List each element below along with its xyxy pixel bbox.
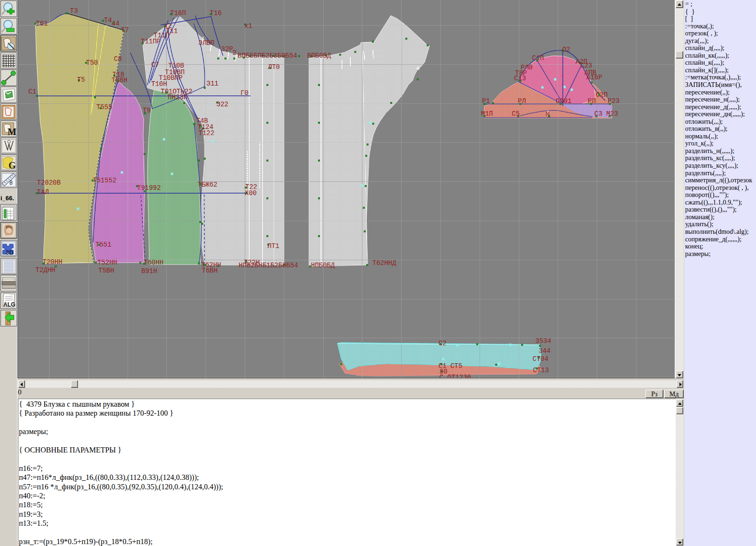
svg-text:С2: С2: [438, 340, 447, 347]
svg-text:ТАЛ: ТАЛ: [37, 188, 49, 196]
svg-text:С1П: С1П: [532, 54, 544, 62]
svg-text:Т6ВН: Т6ВН: [202, 267, 218, 274]
svg-text:З11: З11: [206, 80, 218, 87]
svg-text:С2П: С2П: [596, 91, 608, 99]
svg-text:Т9: Т9: [143, 107, 151, 114]
svg-text:М1П: М1П: [481, 110, 493, 118]
svg-text:С1: С1: [28, 88, 36, 95]
svg-text:Т01: Т01: [36, 20, 48, 27]
svg-text:Т16П: Т16П: [170, 9, 186, 17]
svg-text:С8: С8: [114, 55, 122, 63]
svg-text:С3: С3: [594, 110, 602, 118]
svg-text:344: 344: [539, 347, 550, 355]
svg-text:ОЛ01: ОЛ01: [556, 97, 572, 105]
svg-text:М: М: [546, 111, 550, 118]
svg-text:ЛТ1: ЛТ1: [267, 242, 279, 250]
svg-text:Т91992: Т91992: [137, 184, 161, 192]
svg-text:х1: х1: [244, 22, 252, 30]
svg-text:С5: С5: [512, 110, 520, 118]
svg-text:С23: С23: [580, 62, 592, 69]
svg-text:СТ13: СТ13: [533, 367, 549, 374]
svg-text:С ОТ1236: С ОТ1236: [439, 374, 471, 378]
svg-text:Т51552: Т51552: [93, 177, 116, 184]
svg-text:Э22: Э22: [216, 101, 228, 108]
svg-text:НПБ0БД: НПБ0БД: [311, 262, 335, 269]
svg-text:M: M: [8, 127, 17, 137]
svg-text:ТБЖ62: ТБЖ62: [198, 181, 217, 188]
svg-text:3534: 3534: [535, 337, 551, 345]
svg-text:Х00: Х00: [245, 189, 257, 197]
svg-text:С7: С7: [151, 61, 159, 68]
svg-text:НПБ2БНБ1Б2Б0Б54: НПБ2БНБ1Б2Б0Б54: [239, 262, 298, 269]
svg-text:Т50: Т50: [86, 59, 98, 67]
svg-text:Т2020В: Т2020В: [37, 179, 60, 187]
svg-text:Т60НН: Т60НН: [144, 259, 163, 266]
svg-text:Г0: Г0: [241, 89, 249, 97]
svg-text:Т551: Т551: [95, 241, 112, 248]
svg-text:G: G: [9, 160, 16, 171]
svg-text:3D: 3D: [6, 249, 14, 256]
svg-text:Т11ПР: Т11ПР: [141, 38, 161, 45]
svg-text:Т62ННД: Т62ННД: [372, 259, 396, 267]
svg-text:А16Р: А16Р: [586, 74, 602, 81]
svg-text:Т88Н: Т88Н: [112, 77, 128, 84]
svg-text:ALG: ALG: [3, 301, 15, 308]
svg-text:Т2ДНН: Т2ДНН: [35, 266, 55, 274]
svg-text:Т52НН: Т52НН: [97, 259, 117, 266]
svg-text:Т5: Т5: [77, 76, 85, 84]
svg-text:ВПБ5БПБ2Б3Б0Б54: ВПБ5БПБ2Б3Б0Б54: [238, 52, 297, 60]
svg-text:РП: РП: [588, 97, 596, 105]
svg-text:О2: О2: [562, 46, 570, 53]
svg-text:Т10Н: Т10Н: [151, 80, 167, 88]
svg-text:ВПБ0БД: ВПБ0БД: [307, 52, 331, 60]
svg-text:ЛТ0: ЛТ0: [267, 63, 280, 71]
svg-text:Т7: Т7: [121, 26, 129, 34]
svg-text:В91Н: В91Н: [141, 267, 157, 275]
svg-text:СТ04: СТ04: [533, 355, 549, 363]
svg-text:М23: М23: [606, 110, 618, 118]
svg-text:2: 2: [232, 49, 236, 57]
svg-text:Т5ВН: Т5ВН: [98, 267, 114, 274]
svg-text:РЛ: РЛ: [518, 97, 526, 105]
svg-text:Р23: Р23: [608, 97, 619, 105]
svg-text:Т3: Т3: [70, 7, 78, 15]
svg-text:Т20НН: Т20НН: [43, 258, 62, 266]
svg-text:С13: С13: [514, 75, 526, 82]
svg-text:Т122: Т122: [198, 129, 215, 137]
svg-text:Т555: Т555: [96, 103, 112, 111]
svg-text:ЭЛВП: ЭЛВП: [198, 39, 215, 47]
svg-text:Т16: Т16: [210, 9, 222, 17]
svg-text:Р1: Р1: [482, 97, 490, 105]
svg-text:Т4: Т4: [104, 17, 112, 24]
svg-text:ПН23П: ПН23П: [168, 94, 188, 101]
svg-text:8: 8: [9, 179, 13, 186]
svg-text:44: 44: [112, 20, 120, 27]
svg-text:32Р: 32Р: [221, 45, 233, 53]
